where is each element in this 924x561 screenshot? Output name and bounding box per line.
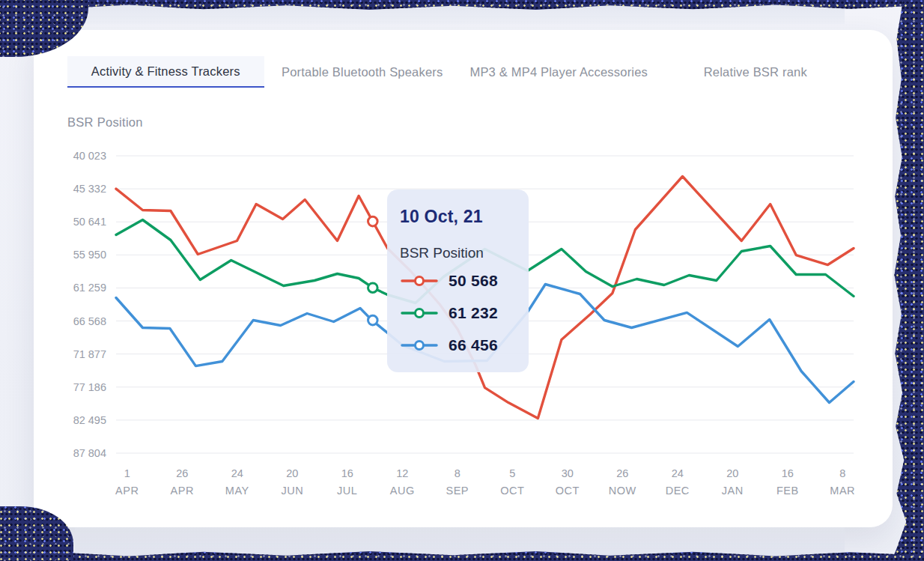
- series-blue-hover-marker: [368, 315, 378, 325]
- svg-text:FEB: FEB: [776, 485, 799, 497]
- svg-text:16: 16: [341, 467, 353, 479]
- svg-text:87 804: 87 804: [73, 447, 106, 459]
- svg-text:55 950: 55 950: [73, 249, 106, 261]
- chart-tooltip: 10 Oct, 21 BSR Position 50 568 61 232: [387, 189, 529, 372]
- svg-text:JUL: JUL: [337, 485, 357, 497]
- svg-text:82 495: 82 495: [73, 414, 106, 426]
- x-axis-labels: 1APR26APR24MAY20JUN16JUL12AUG8SEP5OCT30O…: [115, 467, 855, 497]
- series-green-hover-marker: [368, 283, 378, 293]
- svg-text:APR: APR: [171, 485, 194, 497]
- svg-text:NOW: NOW: [609, 485, 636, 497]
- tooltip-value: 61 232: [449, 304, 498, 322]
- chart-card: Activity & Fitness Trackers Portable Blu…: [34, 30, 893, 527]
- svg-text:OCT: OCT: [556, 485, 580, 497]
- svg-text:JAN: JAN: [722, 485, 744, 497]
- svg-text:SEP: SEP: [446, 485, 469, 497]
- decorative-speckle-edge-right: [892, 0, 924, 561]
- tooltip-row: 61 232: [400, 302, 516, 324]
- svg-text:APR: APR: [115, 485, 139, 497]
- svg-text:50 641: 50 641: [73, 216, 106, 228]
- svg-text:DEC: DEC: [666, 485, 690, 497]
- svg-text:61 259: 61 259: [73, 282, 106, 294]
- svg-text:8: 8: [455, 467, 461, 479]
- svg-text:20: 20: [726, 467, 738, 479]
- tooltip-metric-label: BSR Position: [400, 246, 516, 260]
- tooltip-row: 50 568: [400, 270, 516, 292]
- y-axis-labels: 40 02345 33250 64155 95061 25966 56871 8…: [73, 150, 106, 459]
- red-series-marker-icon: [400, 275, 439, 287]
- svg-text:24: 24: [231, 467, 243, 479]
- svg-text:12: 12: [396, 467, 408, 479]
- page: Activity & Fitness Trackers Portable Blu…: [0, 0, 924, 561]
- svg-text:30: 30: [562, 467, 574, 479]
- svg-text:8: 8: [839, 467, 845, 479]
- hover-point-markers: [368, 216, 378, 325]
- svg-text:1: 1: [124, 467, 130, 479]
- svg-text:40 023: 40 023: [73, 150, 106, 162]
- svg-text:26: 26: [616, 467, 628, 479]
- svg-text:OCT: OCT: [500, 485, 524, 497]
- svg-text:45 332: 45 332: [73, 183, 106, 195]
- tooltip-value: 50 568: [449, 272, 498, 290]
- svg-text:5: 5: [509, 467, 515, 479]
- svg-text:JUN: JUN: [281, 485, 303, 497]
- svg-text:MAY: MAY: [225, 485, 249, 497]
- tooltip-row: 66 456: [400, 334, 516, 357]
- svg-text:16: 16: [782, 467, 794, 479]
- blue-series-marker-icon: [400, 339, 439, 351]
- tooltip-date: 10 Oct, 21: [400, 208, 516, 225]
- svg-text:24: 24: [672, 467, 684, 479]
- svg-text:77 186: 77 186: [73, 381, 106, 393]
- svg-text:26: 26: [176, 467, 188, 479]
- svg-text:20: 20: [286, 467, 298, 479]
- svg-text:66 568: 66 568: [73, 315, 106, 327]
- svg-text:AUG: AUG: [390, 485, 415, 497]
- series-red-hover-marker: [368, 216, 378, 226]
- green-series-marker-icon: [400, 307, 439, 319]
- svg-text:MAR: MAR: [830, 485, 855, 497]
- svg-text:71 877: 71 877: [73, 348, 106, 360]
- tooltip-value: 66 456: [449, 336, 498, 354]
